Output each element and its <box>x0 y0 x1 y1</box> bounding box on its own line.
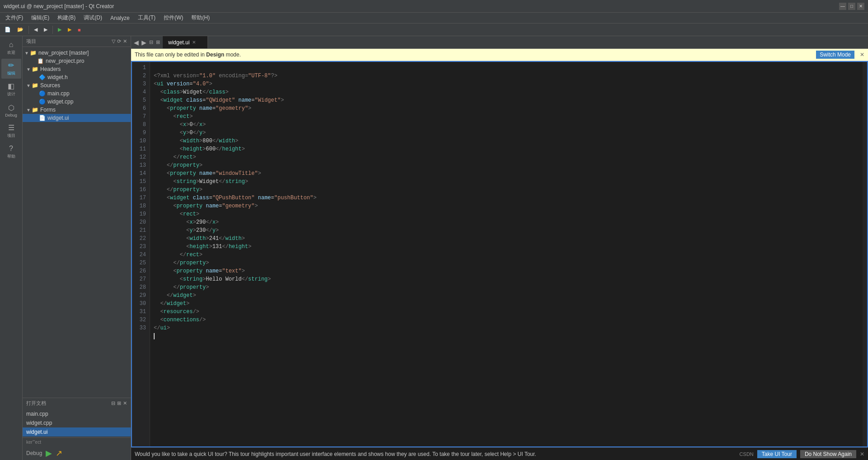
design-icon: ◧ <box>8 82 14 90</box>
ui-file-icon: 📄 <box>39 115 46 121</box>
line-num-22: 22 <box>132 235 146 243</box>
code-editor: 1234567891011121314151617181920212223242… <box>131 61 868 447</box>
debug-step-button[interactable]: ↗ <box>56 448 62 458</box>
warning-text: This file can only be edited in Design m… <box>135 52 241 58</box>
tab-nav-prev[interactable]: ◀ <box>133 39 140 46</box>
tree-label-widgetui: widget.ui <box>47 115 69 121</box>
sidebar-icon-help[interactable]: ? 帮助 <box>1 142 21 162</box>
maximize-button[interactable]: □ <box>848 3 855 10</box>
pro-file-icon: 📋 <box>37 58 44 64</box>
open-docs-list: main.cpp widget.cpp widget.ui <box>23 408 131 437</box>
debug-run-button[interactable]: ▶ <box>46 448 52 458</box>
line-num-11: 11 <box>132 145 146 153</box>
tab-nav-next[interactable]: ▶ <box>141 39 147 46</box>
project-tree: ▼ 📁 new_project [master] 📋 new_project.p… <box>23 47 131 398</box>
tab-nav-grid[interactable]: ⊞ <box>155 39 161 45</box>
line-numbers: 1234567891011121314151617181920212223242… <box>132 62 150 446</box>
menu-help[interactable]: 帮助(H) <box>188 13 213 23</box>
tree-item-maincpp[interactable]: 🔵 main.cpp <box>23 89 131 98</box>
toolbar-back[interactable]: ◀ <box>31 26 40 33</box>
tree-item-sources[interactable]: ▼ 📁 Sources <box>23 81 131 89</box>
code-content[interactable]: <?xml version="1.0" encoding="UTF-8"?> <… <box>150 62 863 446</box>
open-doc-widgetcpp[interactable]: widget.cpp <box>23 418 131 427</box>
line-num-12: 12 <box>132 153 146 161</box>
menu-analyze[interactable]: Analyze <box>107 14 133 22</box>
toolbar-new[interactable]: 📄 <box>2 26 14 33</box>
toolbar-debug-run[interactable]: ▶ <box>65 26 74 33</box>
window-title: widget.ui @ new_project [master] - Qt Cr… <box>4 3 114 9</box>
sidebar-icon-edit[interactable]: ✏ 编辑 <box>1 59 21 79</box>
line-num-26: 26 <box>132 267 146 275</box>
menu-file[interactable]: 文件(F) <box>2 13 27 23</box>
tree-label-forms: Forms <box>40 107 56 113</box>
dont-show-button[interactable]: Do Not Show Again <box>800 450 856 458</box>
menu-controls[interactable]: 控件(W) <box>160 13 187 23</box>
menu-tools[interactable]: 工具(T) <box>134 13 159 23</box>
switch-mode-button[interactable]: Switch Mode <box>816 51 854 59</box>
sidebar-icon-debug[interactable]: ⬡ Debug <box>1 100 21 120</box>
minimize-button[interactable]: — <box>839 3 846 10</box>
open-doc-maincpp[interactable]: main.cpp <box>23 409 131 418</box>
tab-close-widgetui[interactable]: ✕ <box>192 40 196 45</box>
open-docs-grid-icon[interactable]: ⊞ <box>117 400 121 406</box>
menu-build[interactable]: 构建(B) <box>54 13 79 23</box>
sidebar-icons: ⌂ 欢迎 ✏ 编辑 ◧ 设计 ⬡ Debug ☰ 项目 ? 帮助 <box>0 36 23 460</box>
take-tour-button[interactable]: Take UI Tour <box>757 450 797 458</box>
debug-icon: ⬡ <box>8 103 14 112</box>
open-docs-panel: 打开文档 ⊟ ⊞ ✕ main.cpp widget.cpp widget.ui <box>23 398 131 437</box>
open-doc-widgetui[interactable]: widget.ui <box>23 427 131 437</box>
line-num-28: 28 <box>132 283 146 291</box>
tab-widgetui[interactable]: widget.ui ✕ <box>163 36 208 48</box>
tour-bar: Would you like to take a quick UI tour? … <box>131 447 868 460</box>
folder-icon: 📁 <box>32 107 38 113</box>
menu-debug[interactable]: 调试(D) <box>80 13 106 23</box>
tree-label-maincpp: main.cpp <box>47 90 70 97</box>
tree-item-widgeth[interactable]: 🔷 widget.h <box>23 73 131 81</box>
line-num-24: 24 <box>132 251 146 259</box>
project-icon: ☰ <box>8 123 14 132</box>
menu-edit[interactable]: 编辑(E) <box>28 13 53 23</box>
sidebar-label-edit: 编辑 <box>7 70 15 76</box>
close-window-button[interactable]: ✕ <box>857 3 864 10</box>
tree-item-root[interactable]: ▼ 📁 new_project [master] <box>23 49 131 57</box>
open-docs-close-icon[interactable]: ✕ <box>123 400 127 406</box>
sidebar-label-help: 帮助 <box>7 154 15 160</box>
warning-close-button[interactable]: ✕ <box>860 52 864 58</box>
arrow-icon: ▼ <box>24 51 30 56</box>
debug-controls: Debug ▶ ↗ <box>23 446 131 460</box>
line-num-18: 18 <box>132 202 146 210</box>
tree-item-pro[interactable]: 📋 new_project.pro <box>23 57 131 65</box>
h-file-icon: 🔷 <box>39 74 46 80</box>
tab-bar: ◀ ▶ ⊟ ⊞ widget.ui ✕ <box>131 36 868 49</box>
line-num-17: 17 <box>132 194 146 202</box>
toolbar-stop[interactable]: ■ <box>75 26 84 33</box>
toolbar-open[interactable]: 📂 <box>14 26 26 33</box>
tree-item-headers[interactable]: ▼ 📁 Headers <box>23 65 131 73</box>
sidebar-icon-design[interactable]: ◧ 设计 <box>1 80 21 99</box>
line-num-8: 8 <box>132 121 146 129</box>
project-header: 项目 ▽ ⟳ ✕ <box>23 36 131 47</box>
folder-icon: 📁 <box>32 66 38 72</box>
line-num-3: 3 <box>132 80 146 88</box>
toolbar-run[interactable]: ▶ <box>55 26 64 33</box>
tree-item-widgetcpp[interactable]: 🔵 widget.cpp <box>23 98 131 106</box>
toolbar-forward[interactable]: ▶ <box>41 26 50 33</box>
tab-nav: ◀ ▶ ⊟ ⊞ <box>131 36 163 48</box>
tab-nav-split[interactable]: ⊟ <box>148 39 154 45</box>
debug-label-bottom: ker'''ect <box>26 440 41 445</box>
sidebar-icon-welcome[interactable]: ⌂ 欢迎 <box>1 38 21 58</box>
line-num-7: 7 <box>132 113 146 121</box>
title-bar: widget.ui @ new_project [master] - Qt Cr… <box>0 0 868 13</box>
tree-item-forms[interactable]: ▼ 📁 Forms <box>23 106 131 114</box>
project-sync-icon[interactable]: ⟳ <box>117 38 121 44</box>
line-num-31: 31 <box>132 308 146 316</box>
toolbar: 📄 📂 ◀ ▶ ▶ ▶ ■ <box>0 23 868 36</box>
sidebar-label-design: 设计 <box>7 91 15 97</box>
tree-label-widgeth: widget.h <box>47 74 68 80</box>
project-filter-icon[interactable]: ▽ <box>112 38 115 44</box>
project-close-icon[interactable]: ✕ <box>123 38 127 44</box>
tree-item-widgetui[interactable]: 📄 widget.ui <box>23 114 131 122</box>
sidebar-icon-project[interactable]: ☰ 项目 <box>1 121 21 141</box>
open-docs-split-icon[interactable]: ⊟ <box>111 400 115 406</box>
tour-close-button[interactable]: ✕ <box>860 451 864 457</box>
